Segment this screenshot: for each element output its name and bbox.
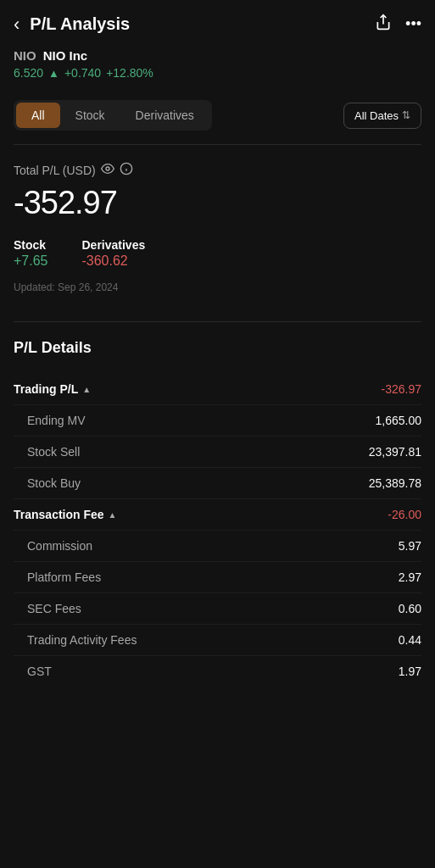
share-icon[interactable] bbox=[375, 14, 392, 35]
back-button[interactable]: ‹ bbox=[14, 15, 20, 34]
derivatives-pl-label: Derivatives bbox=[81, 238, 145, 252]
date-filter-label: All Dates bbox=[354, 109, 399, 122]
trading-pl-value: -326.97 bbox=[382, 382, 421, 396]
filter-tabs: All Stock Derivatives bbox=[14, 100, 212, 131]
gst-label: GST bbox=[14, 665, 52, 678]
eye-icon[interactable] bbox=[101, 162, 114, 178]
stock-sell-label: Stock Sell bbox=[14, 445, 80, 459]
info-icon[interactable] bbox=[120, 162, 133, 178]
stock-sell-value: 23,397.81 bbox=[369, 445, 421, 459]
stock-buy-value: 25,389.78 bbox=[369, 476, 421, 490]
price-up-arrow-icon: ▲ bbox=[48, 67, 59, 80]
sort-icon: ⇅ bbox=[402, 109, 410, 121]
tab-derivatives[interactable]: Derivatives bbox=[120, 103, 209, 128]
trading-activity-fees-value: 0.44 bbox=[399, 633, 421, 647]
derivatives-pl-value: -360.62 bbox=[81, 253, 145, 269]
stock-pl-label: Stock bbox=[14, 238, 47, 252]
stock-price: 6.520 bbox=[14, 66, 43, 80]
trading-activity-fees-label: Trading Activity Fees bbox=[14, 633, 137, 647]
stock-change-pct: +12.80% bbox=[106, 66, 153, 80]
trading-pl-label: Trading P/L ▲ bbox=[14, 382, 91, 396]
tab-stock[interactable]: Stock bbox=[60, 103, 120, 128]
transaction-fee-label: Transaction Fee ▲ bbox=[14, 508, 117, 521]
sec-fees-label: SEC Fees bbox=[14, 602, 81, 615]
updated-date: Updated: Sep 26, 2024 bbox=[14, 281, 118, 293]
trading-pl-sort-icon: ▲ bbox=[82, 385, 91, 394]
filter-bar: All Stock Derivatives All Dates ⇅ bbox=[0, 93, 435, 144]
transaction-fee-sort-icon: ▲ bbox=[109, 510, 117, 520]
table-row: Stock Buy 25,389.78 bbox=[14, 468, 421, 498]
stock-pl-value: +7.65 bbox=[14, 253, 47, 269]
stock-buy-label: Stock Buy bbox=[14, 476, 81, 490]
stock-info: NIO NIO Inc 6.520 ▲ +0.740 +12.80% bbox=[0, 45, 435, 93]
header-right: ••• bbox=[375, 14, 421, 35]
stock-ticker: NIO bbox=[14, 48, 36, 63]
table-row: GST 1.97 bbox=[14, 656, 421, 687]
more-menu-icon[interactable]: ••• bbox=[405, 15, 421, 33]
ending-mv-value: 1,665.00 bbox=[376, 414, 422, 427]
derivatives-pl-item: Derivatives -360.62 bbox=[81, 238, 145, 269]
platform-fees-value: 2.97 bbox=[399, 570, 421, 584]
header: ‹ P/L Analysis ••• bbox=[0, 0, 435, 45]
tab-all[interactable]: All bbox=[16, 103, 60, 128]
table-row: SEC Fees 0.60 bbox=[14, 593, 421, 624]
stock-price-row: 6.520 ▲ +0.740 +12.80% bbox=[14, 66, 421, 80]
pl-details-section: P/L Details Trading P/L ▲ -326.97 Ending… bbox=[0, 322, 435, 687]
table-row: Trading P/L ▲ -326.97 bbox=[14, 374, 421, 404]
total-pl-label-text: Total P/L (USD) bbox=[14, 164, 96, 177]
total-pl-label-row: Total P/L (USD) bbox=[14, 162, 421, 178]
table-row: Transaction Fee ▲ -26.00 bbox=[14, 499, 421, 530]
page-title: P/L Analysis bbox=[30, 14, 130, 34]
platform-fees-label: Platform Fees bbox=[14, 570, 101, 584]
table-row: Stock Sell 23,397.81 bbox=[14, 437, 421, 467]
sec-fees-value: 0.60 bbox=[399, 602, 421, 615]
pl-breakdown: Stock +7.65 Derivatives -360.62 bbox=[14, 238, 421, 269]
svg-point-1 bbox=[106, 167, 109, 170]
total-pl-value: -352.97 bbox=[14, 185, 421, 221]
transaction-fee-value: -26.00 bbox=[388, 508, 421, 521]
table-row: Trading Activity Fees 0.44 bbox=[14, 625, 421, 655]
stock-change-abs: +0.740 bbox=[64, 66, 101, 80]
stock-pl-item: Stock +7.65 bbox=[14, 238, 47, 269]
table-row: Commission 5.97 bbox=[14, 531, 421, 561]
table-row: Platform Fees 2.97 bbox=[14, 562, 421, 593]
gst-value: 1.97 bbox=[399, 665, 421, 678]
date-filter-button[interactable]: All Dates ⇅ bbox=[343, 103, 421, 129]
commission-value: 5.97 bbox=[399, 539, 421, 553]
ending-mv-label: Ending MV bbox=[14, 414, 85, 427]
stock-full-name: NIO Inc bbox=[43, 48, 88, 63]
pl-details-title: P/L Details bbox=[14, 339, 421, 357]
commission-label: Commission bbox=[14, 539, 92, 553]
total-pl-section: Total P/L (USD) -352.97 Stock +7.65 Deri… bbox=[0, 145, 435, 308]
stock-name-row: NIO NIO Inc bbox=[14, 48, 421, 63]
header-left: ‹ P/L Analysis bbox=[14, 14, 130, 34]
table-row: Ending MV 1,665.00 bbox=[14, 405, 421, 436]
